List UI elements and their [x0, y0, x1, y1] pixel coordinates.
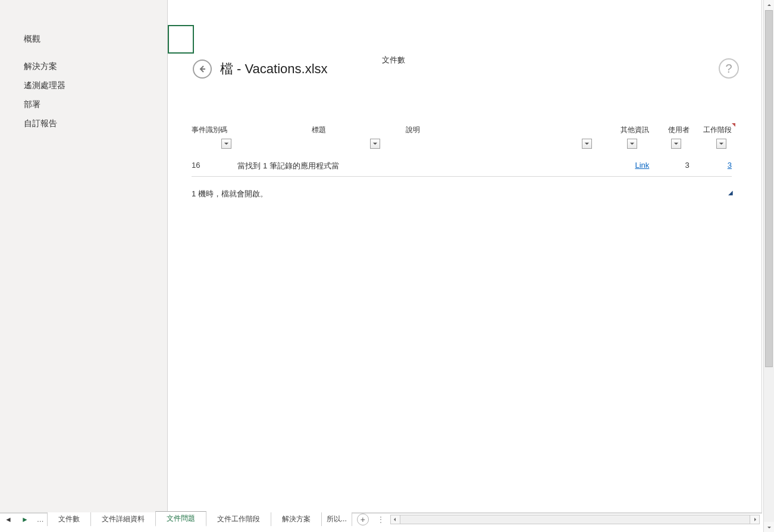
tab-drag-handle-icon[interactable]: ⋮ [374, 515, 388, 524]
tab-doc-sessions[interactable]: 文件工作階段 [206, 512, 271, 526]
footer-note: 1 機時，檔就會開啟。 [192, 189, 732, 199]
filter-user-button[interactable] [671, 139, 681, 149]
sidebar-item-reports[interactable]: 自訂報告 [0, 114, 167, 133]
hscroll-track[interactable] [400, 515, 750, 524]
col-header-user: 使用者 [649, 125, 690, 135]
sidebar-item-deploy[interactable]: 部署 [0, 95, 167, 114]
vscroll-track[interactable] [764, 10, 774, 522]
hscroll-right-button[interactable] [750, 515, 759, 524]
cell-id: 16 [192, 161, 231, 170]
filter-id-button[interactable] [221, 139, 231, 149]
main-content: 文件數 檔 - Vacations.xlsx ? 事件識別碼 標題 說明 其他資… [168, 0, 762, 512]
resize-handle-icon[interactable]: ◢ [728, 189, 732, 193]
sidebar-item-telemetry[interactable]: 遙測處理器 [0, 76, 167, 95]
hscroll-left-button[interactable] [391, 515, 400, 524]
cell-user: 3 [649, 161, 689, 170]
tab-doc-count[interactable]: 文件數 [47, 512, 91, 526]
col-header-title: 標題 [232, 125, 406, 135]
help-button[interactable]: ? [719, 58, 739, 79]
sheet-tab-bar: ◄ ► … 文件數 文件詳細資料 文件問題 文件工作階段 解決方案 所以... … [0, 513, 762, 525]
col-header-desc: 說明 [406, 125, 590, 135]
add-sheet-button[interactable]: + [357, 514, 369, 525]
sheet-nav-menu[interactable]: … [33, 515, 48, 524]
sheet-nav-prev[interactable]: ◄ [0, 515, 17, 524]
tab-doc-details[interactable]: 文件詳細資料 [90, 512, 156, 526]
col-header-id: 事件識別碼 [192, 125, 232, 135]
sidebar-item-overview[interactable]: 概觀 [0, 30, 167, 49]
filter-stage-button[interactable] [716, 139, 726, 149]
comment-indicator-icon [732, 123, 735, 127]
filter-desc-button[interactable] [582, 139, 592, 149]
back-button[interactable] [193, 60, 212, 79]
sidebar-item-solutions[interactable]: 解決方案 [0, 57, 167, 76]
vscroll-down-button[interactable] [764, 522, 774, 532]
cell-link[interactable]: Link [590, 161, 649, 170]
vertical-scrollbar[interactable] [763, 0, 774, 532]
tab-doc-issues[interactable]: 文件問題 [155, 511, 206, 527]
col-header-other: 其他資訊 [590, 125, 649, 135]
page-title: 檔 - Vacations.xlsx [220, 60, 328, 78]
horizontal-scrollbar[interactable] [390, 515, 760, 524]
cell-stage[interactable]: 3 [690, 161, 732, 170]
vscroll-up-button[interactable] [764, 0, 774, 10]
sidebar: 概觀 解決方案 遙測處理器 部署 自訂報告 [0, 0, 168, 512]
sheet-nav-next[interactable]: ► [17, 515, 33, 524]
filter-title-button[interactable] [370, 139, 380, 149]
filter-other-button[interactable] [627, 139, 637, 149]
tab-more[interactable]: 所以... [321, 512, 352, 526]
table-row: 16 當找到 1 筆記錄的應用程式當 Link 3 3 [192, 159, 732, 177]
active-cell[interactable] [168, 25, 194, 54]
vscroll-thumb[interactable] [765, 10, 773, 367]
breadcrumb: 文件數 [382, 55, 405, 65]
tab-solutions[interactable]: 解決方案 [271, 512, 322, 526]
cell-title: 當找到 1 筆記錄的應用程式當 [231, 161, 364, 171]
col-header-stage: 工作階段 [690, 125, 732, 135]
